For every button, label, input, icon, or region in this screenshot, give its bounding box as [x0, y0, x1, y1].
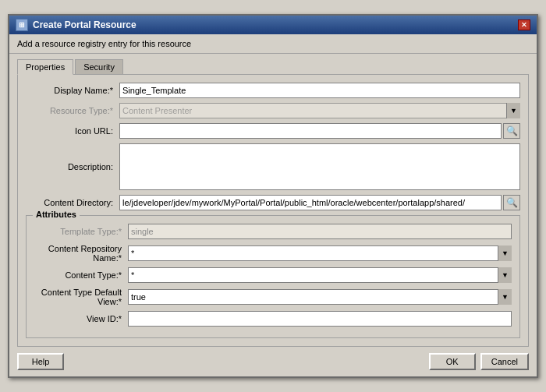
attributes-legend: Attributes: [33, 210, 80, 219]
content-directory-group: 🔍: [119, 195, 520, 210]
title-bar-left: ⊞ Create Portal Resource: [16, 19, 136, 31]
content-type-label: Content Type:*: [34, 270, 128, 280]
icon-url-search-button[interactable]: 🔍: [503, 123, 520, 139]
display-name-input[interactable]: [119, 83, 520, 98]
icon-url-group: 🔍: [119, 123, 520, 139]
resource-type-select[interactable]: Content Presenter: [119, 103, 520, 118]
resource-type-wrapper: Content Presenter ▼: [119, 103, 520, 118]
view-id-row: View ID:*: [34, 311, 512, 327]
dialog-title: Create Portal Resource: [33, 19, 136, 30]
footer-right: OK Cancel: [429, 353, 529, 370]
template-type-input: [128, 224, 512, 239]
properties-content: Display Name:* Resource Type:* Content P…: [17, 74, 529, 347]
content-type-select[interactable]: *: [128, 267, 512, 283]
resource-type-label: Resource Type:*: [26, 106, 119, 115]
tabs-row: Properties Security: [9, 54, 537, 74]
search-icon: 🔍: [506, 125, 518, 136]
content-type-default-view-select[interactable]: true false: [128, 289, 512, 305]
content-type-wrapper: * ▼: [128, 267, 512, 283]
content-repo-select[interactable]: *: [128, 245, 512, 261]
content-repo-wrapper: * ▼: [128, 245, 512, 261]
content-directory-label: Content Directory:: [26, 198, 119, 207]
content-directory-search-button[interactable]: 🔍: [503, 195, 520, 210]
create-portal-resource-dialog: ⊞ Create Portal Resource ✕ Add a resourc…: [8, 14, 538, 378]
content-type-default-view-row: Content Type Default View:* true false ▼: [34, 288, 512, 306]
dialog-icon: ⊞: [16, 19, 28, 31]
content-type-default-view-wrapper: true false ▼: [128, 289, 512, 305]
content-type-row: Content Type:* * ▼: [34, 267, 512, 283]
tab-properties[interactable]: Properties: [17, 59, 73, 75]
help-button[interactable]: Help: [17, 353, 64, 370]
view-id-input[interactable]: [128, 311, 512, 327]
description-row: Description:: [26, 143, 520, 190]
cancel-button[interactable]: Cancel: [480, 353, 529, 370]
attributes-content: Template Type:* Content Repository Name:…: [34, 224, 512, 327]
content-directory-row: Content Directory: 🔍: [26, 195, 520, 210]
resource-type-row: Resource Type:* Content Presenter ▼: [26, 103, 520, 118]
close-button[interactable]: ✕: [518, 19, 530, 30]
search-icon: 🔍: [506, 197, 518, 208]
display-name-row: Display Name:*: [26, 83, 520, 98]
template-type-label: Template Type:*: [34, 227, 128, 236]
dialog-subtitle: Add a resource registry entry for this r…: [9, 34, 537, 54]
template-type-row: Template Type:*: [34, 224, 512, 239]
description-input[interactable]: [119, 143, 520, 190]
content-repo-label: Content Repository Name:*: [34, 244, 128, 263]
icon-url-input[interactable]: [119, 123, 502, 139]
content-type-default-view-label: Content Type Default View:*: [34, 288, 128, 306]
display-name-label: Display Name:*: [26, 86, 119, 95]
view-id-label: View ID:*: [34, 314, 128, 323]
title-bar: ⊞ Create Portal Resource ✕: [9, 16, 537, 34]
ok-button[interactable]: OK: [429, 353, 476, 370]
description-label: Description:: [26, 162, 119, 171]
content-directory-input[interactable]: [119, 195, 502, 210]
tab-security[interactable]: Security: [75, 59, 123, 75]
icon-url-row: Icon URL: 🔍: [26, 123, 520, 139]
attributes-group: Attributes Template Type:* Content Repos…: [26, 215, 520, 338]
icon-url-label: Icon URL:: [26, 126, 119, 136]
dialog-footer: Help OK Cancel: [9, 347, 537, 376]
content-repo-row: Content Repository Name:* * ▼: [34, 244, 512, 263]
